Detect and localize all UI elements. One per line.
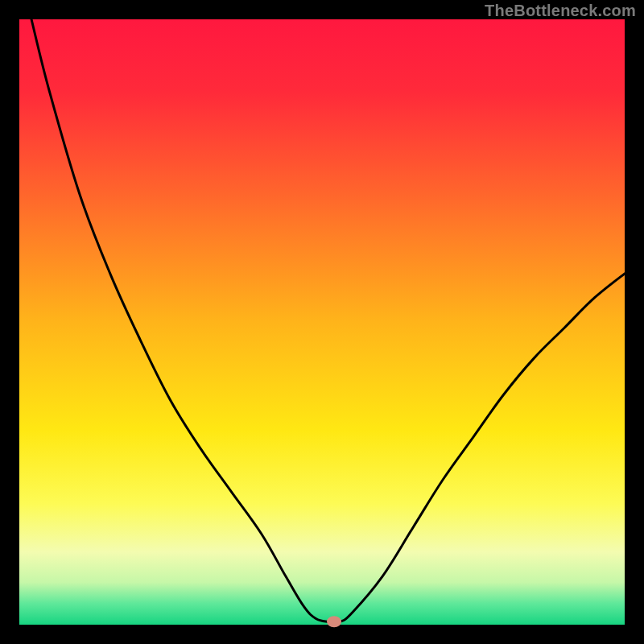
chart-container: TheBottleneck.com xyxy=(0,0,644,644)
bottleneck-chart xyxy=(0,0,644,644)
plot-background xyxy=(19,19,625,625)
optimal-marker xyxy=(327,616,341,627)
watermark-text: TheBottleneck.com xyxy=(485,2,636,20)
